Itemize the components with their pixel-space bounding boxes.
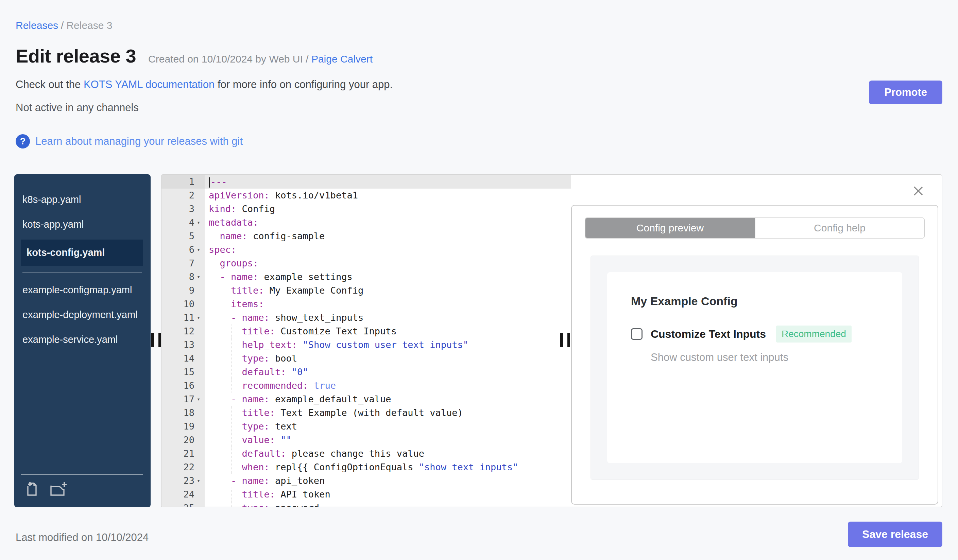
resize-handle-right[interactable] xyxy=(560,333,570,347)
sidebar-item-kots-config.yaml[interactable]: kots-config.yaml xyxy=(21,240,143,266)
fold-arrow-icon[interactable]: ▾ xyxy=(195,216,203,229)
page: Releases/Release 3 Edit release 3 Create… xyxy=(0,0,958,560)
line-number: 4▾ xyxy=(162,216,205,229)
doc-line: Check out the KOTS YAML documentation fo… xyxy=(16,79,942,91)
line-number: 19 xyxy=(162,420,205,433)
line-number: 11▾ xyxy=(162,311,205,324)
code-text: metadata: xyxy=(205,216,571,229)
code-line[interactable]: 20 value: "" xyxy=(162,433,571,447)
code-line[interactable]: 21 default: please change this value xyxy=(162,447,571,460)
fold-arrow-icon[interactable]: ▾ xyxy=(195,243,203,256)
code-line[interactable]: 7 groups: xyxy=(162,256,571,270)
line-number: 24 xyxy=(162,487,205,501)
created-meta: Created on 10/10/2024 by Web UI / Paige … xyxy=(148,53,373,65)
fold-arrow-icon[interactable]: ▾ xyxy=(195,392,203,406)
code-line[interactable]: 14 type: bool xyxy=(162,352,571,365)
file-list: k8s-app.yamlkots-app.yamlkots-config.yam… xyxy=(21,187,143,475)
recommended-badge: Recommended xyxy=(776,326,852,343)
sidebar-item-example-deployment.yaml[interactable]: example-deployment.yaml xyxy=(21,302,142,327)
indent-guide xyxy=(231,379,232,392)
created-text: Created on 10/10/2024 by Web UI / xyxy=(148,53,311,65)
code-text: - name: example_settings xyxy=(205,270,571,284)
code-text: type: bool xyxy=(205,352,571,365)
breadcrumb-separator: / xyxy=(61,20,63,31)
text-cursor xyxy=(209,177,210,188)
tab-config-preview[interactable]: Config preview xyxy=(585,218,755,238)
code-line[interactable]: 23▾ - name: api_token xyxy=(162,474,571,487)
code-text: help_text: "Show custom user text inputs… xyxy=(205,338,571,352)
code-line[interactable]: 19 type: text xyxy=(162,420,571,433)
code-line[interactable]: 18 title: Text Example (with default val… xyxy=(162,406,571,420)
preview-tab-bar: Config previewConfig help xyxy=(585,217,925,239)
code-text: when: repl{{ ConfigOptionEquals "show_te… xyxy=(205,460,571,474)
line-number: 3 xyxy=(162,202,205,216)
indent-guide xyxy=(231,352,232,365)
code-text: - name: show_text_inputs xyxy=(205,311,571,324)
code-text: default: "0" xyxy=(205,365,571,379)
code-line[interactable]: 17▾ - name: example_default_value xyxy=(162,392,571,406)
git-help-row[interactable]: ? Learn about managing your releases wit… xyxy=(16,134,942,149)
add-file-icon[interactable] xyxy=(24,481,40,498)
footer: Last modified on 10/10/2024 Save release xyxy=(16,522,942,547)
line-number: 9 xyxy=(162,284,205,297)
indent-guide xyxy=(231,406,232,420)
breadcrumb-releases-link[interactable]: Releases xyxy=(16,20,58,31)
line-number: 22 xyxy=(162,460,205,474)
code-text: name: config-sample xyxy=(205,229,571,243)
fold-arrow-icon[interactable]: ▾ xyxy=(195,474,203,487)
line-number: 13 xyxy=(162,338,205,352)
code-line[interactable]: 1--- xyxy=(162,175,571,188)
code-line[interactable]: 22 when: repl{{ ConfigOptionEquals "show… xyxy=(162,460,571,474)
save-release-button[interactable]: Save release xyxy=(848,522,942,547)
code-line[interactable]: 16 recommended: true xyxy=(162,379,571,392)
code-line[interactable]: 6▾spec: xyxy=(162,243,571,256)
line-number: 7 xyxy=(162,256,205,270)
code-line[interactable]: 3kind: Config xyxy=(162,202,571,216)
sidebar-item-example-service.yaml[interactable]: example-service.yaml xyxy=(21,327,142,352)
sidebar-item-kots-app.yaml[interactable]: kots-app.yaml xyxy=(21,212,142,237)
code-line[interactable]: 25 type: password xyxy=(162,501,571,507)
code-text: type: password xyxy=(205,501,571,507)
customize-text-inputs-checkbox[interactable] xyxy=(631,328,642,340)
sidebar-item-example-configmap.yaml[interactable]: example-configmap.yaml xyxy=(21,278,142,302)
created-by-link[interactable]: Paige Calvert xyxy=(311,53,373,65)
line-number: 8▾ xyxy=(162,270,205,284)
line-number: 5 xyxy=(162,229,205,243)
resize-handle-left[interactable] xyxy=(151,333,161,347)
indent-guide xyxy=(231,460,232,474)
code-line[interactable]: 8▾ - name: example_settings xyxy=(162,270,571,284)
code-line[interactable]: 13 help_text: "Show custom user text inp… xyxy=(162,338,571,352)
line-number: 23▾ xyxy=(162,474,205,487)
code-line[interactable]: 24 title: API token xyxy=(162,487,571,501)
tab-config-help[interactable]: Config help xyxy=(755,218,924,238)
line-number: 6▾ xyxy=(162,243,205,256)
code-line[interactable]: 4▾metadata: xyxy=(162,216,571,229)
code-line[interactable]: 2apiVersion: kots.io/v1beta1 xyxy=(162,188,571,202)
line-number: 14 xyxy=(162,352,205,365)
fold-arrow-icon[interactable]: ▾ xyxy=(195,311,203,324)
sidebar-item-k8s-app.yaml[interactable]: k8s-app.yaml xyxy=(21,187,142,212)
line-number: 21 xyxy=(162,447,205,460)
code-line[interactable]: 11▾ - name: show_text_inputs xyxy=(162,311,571,324)
doc-prefix: Check out the xyxy=(16,79,84,90)
code-line[interactable]: 9 title: My Example Config xyxy=(162,284,571,297)
question-mark-icon: ? xyxy=(16,134,30,149)
code-line[interactable]: 10 items: xyxy=(162,297,571,311)
kots-doc-link[interactable]: KOTS YAML documentation xyxy=(84,79,214,90)
code-text: kind: Config xyxy=(205,202,571,216)
code-line[interactable]: 5 name: config-sample xyxy=(162,229,571,243)
config-preview-card: Config previewConfig help My Example Con… xyxy=(571,205,938,505)
line-number: 1 xyxy=(162,175,205,188)
config-preview-surface: My Example Config Customize Text Inputs … xyxy=(590,256,919,480)
add-folder-icon[interactable] xyxy=(50,481,67,498)
config-preview-pane: Config previewConfig help My Example Con… xyxy=(571,175,942,507)
code-line[interactable]: 12 title: Customize Text Inputs xyxy=(162,324,571,338)
indent-guide xyxy=(231,447,232,460)
code-editor[interactable]: 1---2apiVersion: kots.io/v1beta13kind: C… xyxy=(162,175,571,507)
git-releases-link[interactable]: Learn about managing your releases with … xyxy=(35,135,243,147)
fold-arrow-icon[interactable]: ▾ xyxy=(195,270,203,284)
code-line[interactable]: 15 default: "0" xyxy=(162,365,571,379)
indent-guide xyxy=(231,433,232,447)
promote-button[interactable]: Promote xyxy=(869,81,942,104)
close-icon[interactable] xyxy=(912,185,925,199)
